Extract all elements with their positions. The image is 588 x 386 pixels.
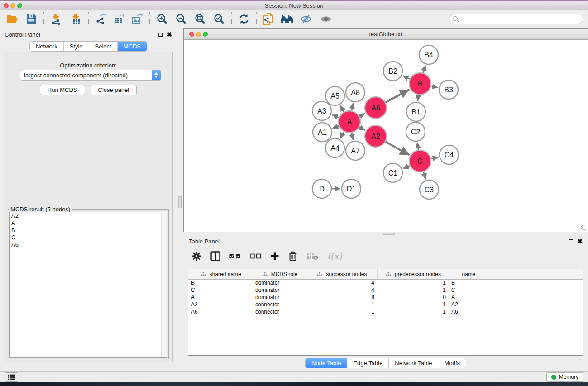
tab-style[interactable]: Style: [64, 42, 89, 51]
table-cell[interactable]: A6: [188, 308, 253, 315]
network-node-C1[interactable]: C1: [383, 163, 402, 182]
table-cell[interactable]: [488, 286, 583, 294]
tab-mcds[interactable]: MCDS: [118, 42, 147, 51]
minimize-window-icon[interactable]: [10, 3, 15, 8]
network-node-B[interactable]: B: [409, 73, 431, 95]
table-cell[interactable]: [488, 279, 583, 286]
vertical-split-divider[interactable]: [177, 28, 183, 371]
table-cell[interactable]: [488, 294, 583, 301]
table-cell[interactable]: 1: [377, 279, 449, 286]
network-edge-B-B4[interactable]: [423, 65, 425, 73]
mcds-result-item[interactable]: A: [10, 219, 167, 227]
maximize-view-icon[interactable]: [203, 32, 208, 37]
column-header-shared-name[interactable]: shared name: [188, 269, 253, 279]
network-edge-A-A8[interactable]: [352, 103, 353, 111]
close-panel-icon[interactable]: ✖: [577, 239, 583, 243]
table-cell[interactable]: 4: [306, 279, 377, 286]
network-edge-A-A6[interactable]: [359, 114, 365, 116]
table-cell[interactable]: [488, 308, 583, 315]
show-columns-icon[interactable]: [210, 251, 220, 261]
minimize-view-icon[interactable]: [196, 32, 201, 37]
function-builder-icon[interactable]: f(x): [327, 251, 342, 261]
import-network-icon[interactable]: [48, 11, 64, 27]
horizontal-split-divider[interactable]: [183, 232, 588, 235]
table-cell[interactable]: 0: [377, 294, 449, 301]
table-row[interactable]: A6connector11A6: [188, 308, 583, 315]
save-session-icon[interactable]: [24, 11, 39, 27]
tab-motifs[interactable]: Motifs: [438, 358, 466, 368]
network-edge-B-B1[interactable]: [417, 95, 418, 101]
network-edge-C-C2[interactable]: [417, 143, 419, 150]
run-mcds-button[interactable]: Run MCDS: [40, 85, 85, 95]
export-table-icon[interactable]: [111, 11, 127, 27]
tab-select[interactable]: Select: [89, 42, 118, 51]
zoom-selected-icon[interactable]: [211, 11, 227, 27]
network-edge-B-B3[interactable]: [431, 86, 438, 87]
mcds-result-list[interactable]: A2ABCA6: [9, 212, 167, 358]
zoom-fit-icon[interactable]: [192, 11, 208, 27]
table-cell[interactable]: dominator: [253, 286, 306, 294]
network-edge-C-C3[interactable]: [424, 172, 426, 179]
zoom-out-icon[interactable]: [173, 11, 189, 27]
add-column-icon[interactable]: [270, 252, 279, 261]
copy-network-icon[interactable]: [261, 11, 277, 27]
divider-handle[interactable]: [178, 196, 182, 208]
network-edge-A6-B[interactable]: [386, 90, 409, 102]
mcds-result-item[interactable]: A6: [10, 241, 167, 248]
import-table-icon[interactable]: [68, 11, 84, 27]
network-node-B4[interactable]: B4: [419, 45, 438, 64]
network-node-D[interactable]: D: [312, 179, 331, 198]
table-cell[interactable]: 1: [306, 308, 377, 315]
divider-handle[interactable]: [383, 233, 395, 235]
network-node-A6[interactable]: A6: [365, 97, 387, 119]
network-edge-A-A3[interactable]: [332, 115, 339, 118]
maximize-window-icon[interactable]: [17, 3, 22, 8]
network-node-A8[interactable]: A8: [346, 83, 365, 102]
network-edge-A2-C[interactable]: [386, 142, 410, 155]
hide-details-icon[interactable]: [298, 11, 314, 27]
export-network-icon[interactable]: [93, 11, 109, 27]
memory-button[interactable]: Memory: [546, 372, 583, 382]
tab-network[interactable]: Network: [30, 42, 64, 51]
open-session-icon[interactable]: [5, 11, 20, 27]
criterion-dropdown[interactable]: largest connected component (directed): [20, 70, 161, 81]
network-edge-C-C4[interactable]: [431, 157, 438, 159]
task-history-button[interactable]: [5, 372, 18, 382]
network-node-A[interactable]: A: [339, 111, 360, 133]
network-edge-C-C1[interactable]: [403, 166, 410, 169]
network-node-A7[interactable]: A7: [346, 141, 365, 160]
table-cell[interactable]: 4: [306, 286, 377, 294]
table-row[interactable]: Cdominator41C: [188, 286, 583, 294]
table-cell[interactable]: 1: [377, 286, 449, 294]
table-cell[interactable]: [488, 301, 583, 308]
table-cell[interactable]: A: [188, 294, 253, 301]
table-cell[interactable]: 1: [306, 301, 377, 308]
network-edge-B-B2[interactable]: [403, 76, 410, 79]
delete-column-icon[interactable]: [288, 251, 297, 261]
delete-table-icon[interactable]: [306, 253, 318, 260]
table-cell[interactable]: 8: [306, 294, 377, 301]
mcds-result-item[interactable]: B: [10, 227, 167, 234]
column-header-predecessor-nodes[interactable]: predecessor nodes: [377, 269, 449, 279]
scrollbar[interactable]: [161, 213, 167, 357]
network-node-B2[interactable]: B2: [383, 62, 402, 81]
table-cell[interactable]: A6: [449, 308, 488, 315]
table-cell[interactable]: connector: [253, 308, 306, 315]
mcds-result-item[interactable]: A2: [10, 212, 167, 219]
tab-network-table[interactable]: Network Table: [389, 358, 438, 368]
network-node-C4[interactable]: C4: [440, 145, 459, 164]
table-cell[interactable]: C: [449, 286, 488, 294]
network-edge-A-A4[interactable]: [340, 132, 344, 138]
column-header-mcds-role[interactable]: MCDS role: [253, 269, 306, 279]
close-panel-icon[interactable]: ✖: [167, 32, 172, 37]
network-edge-A-A7[interactable]: [352, 133, 353, 140]
close-view-icon[interactable]: [189, 32, 194, 37]
network-window-titlebar[interactable]: testGlobe.txt: [184, 29, 588, 40]
table-settings-gear-icon[interactable]: [191, 251, 201, 261]
float-panel-icon[interactable]: [569, 239, 573, 243]
table-cell[interactable]: dominator: [253, 294, 306, 301]
network-node-A5[interactable]: A5: [325, 86, 344, 105]
network-node-C2[interactable]: C2: [406, 122, 425, 141]
table-cell[interactable]: A2: [188, 301, 253, 308]
network-canvas[interactable]: B4B2BB3A5A8A6A3B1AA1C2A2A4A7C4CC1DD1C3: [184, 40, 588, 231]
